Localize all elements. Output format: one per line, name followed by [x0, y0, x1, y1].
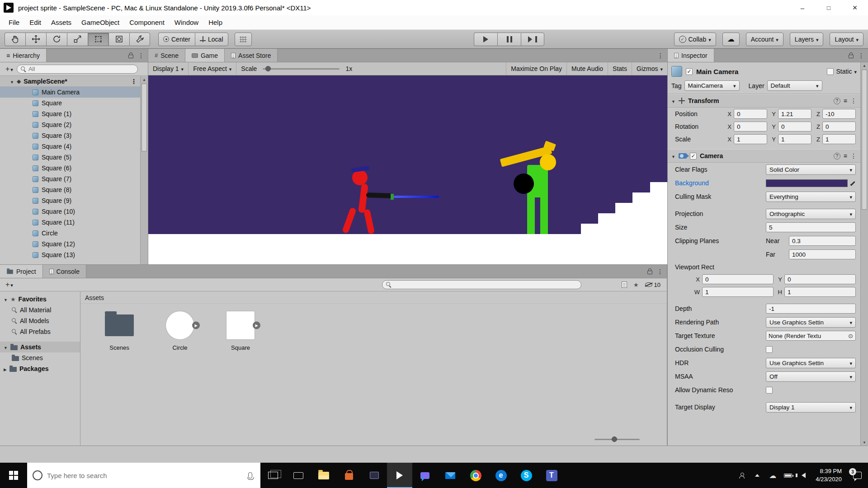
viewport-x-field[interactable]: 0 [702, 274, 774, 284]
scroll-down-icon[interactable]: ▼ [861, 439, 868, 446]
scale-x-field[interactable]: 1 [734, 134, 767, 144]
foldout-arrow-icon[interactable] [4, 365, 7, 372]
culling-mask-dropdown[interactable]: Everything [766, 192, 856, 202]
scale-y-field[interactable]: 1 [778, 134, 811, 144]
collab-button[interactable]: Collab [674, 33, 716, 46]
foldout-arrow-icon[interactable] [4, 296, 8, 303]
msaa-dropdown[interactable]: Off [766, 371, 856, 382]
menu-file[interactable]: File [4, 15, 24, 29]
tray-expand-button[interactable] [750, 463, 765, 488]
viewport-h-field[interactable]: 1 [784, 287, 856, 297]
packages-node[interactable]: Packages [0, 363, 80, 374]
volume-button[interactable] [796, 463, 811, 488]
pause-button[interactable] [497, 33, 521, 46]
menu-edit[interactable]: Edit [24, 15, 46, 29]
rendering-path-dropdown[interactable]: Use Graphics Settin [766, 317, 856, 328]
layer-dropdown[interactable]: Default [767, 80, 822, 91]
unity-app-button[interactable] [387, 463, 412, 488]
scenes-node[interactable]: Scenes [0, 352, 80, 363]
taskbar-search[interactable] [27, 463, 260, 488]
play-button[interactable] [474, 33, 497, 46]
grid-snap-button[interactable] [235, 33, 252, 46]
layers-dropdown[interactable]: Layers [790, 33, 824, 46]
presets-icon[interactable] [844, 97, 847, 104]
panel-menu-icon[interactable] [657, 268, 663, 275]
help-icon[interactable] [834, 153, 840, 160]
object-name[interactable]: Main Camera [696, 68, 823, 75]
target-display-dropdown[interactable]: Display 1 [766, 402, 856, 413]
tab-inspector[interactable]: Inspector [668, 49, 714, 62]
teams-button[interactable]: T [539, 463, 564, 488]
rotation-y-field[interactable]: 0 [778, 122, 811, 131]
hierarchy-item[interactable]: Square (7) [0, 174, 148, 184]
tab-asset-store[interactable]: Asset Store [225, 49, 278, 62]
hierarchy-item[interactable]: Circle [0, 228, 148, 239]
battery-button[interactable] [780, 463, 796, 488]
account-dropdown[interactable]: Account [746, 33, 783, 46]
menu-assets[interactable]: Assets [46, 15, 76, 29]
move-tool-button[interactable] [25, 33, 46, 46]
foldout-arrow-icon[interactable] [10, 78, 14, 85]
hidden-eye-icon[interactable] [645, 282, 652, 287]
favorite-star-icon[interactable] [633, 281, 639, 288]
cloud-button[interactable] [722, 33, 740, 46]
position-z-field[interactable]: -10 [822, 109, 856, 119]
tablet-app-button[interactable] [286, 463, 311, 488]
step-button[interactable] [521, 33, 544, 46]
hierarchy-item[interactable]: Square (8) [0, 184, 148, 195]
chrome-button[interactable] [463, 463, 488, 488]
task-view-button[interactable] [260, 463, 286, 488]
scale-slider[interactable] [263, 68, 340, 70]
presets-icon[interactable] [844, 152, 847, 160]
add-object-button[interactable]: + [4, 65, 15, 73]
project-search-input[interactable] [394, 282, 577, 288]
hierarchy-item[interactable]: Square (1) [0, 108, 148, 119]
hierarchy-item[interactable]: Square (6) [0, 163, 148, 174]
edge-button[interactable]: e [488, 463, 514, 488]
camera-enabled-checkbox[interactable] [690, 153, 697, 160]
rotation-z-field[interactable]: 0 [822, 122, 856, 131]
pivot-local-button[interactable]: Local [195, 33, 228, 46]
custom-tool-button[interactable] [129, 33, 150, 46]
lock-icon[interactable] [849, 55, 854, 58]
hierarchy-item[interactable]: Square (13) [0, 249, 148, 260]
tab-console[interactable]: Console [43, 265, 86, 278]
pivot-center-button[interactable]: Center [158, 33, 195, 46]
stats-button[interactable]: Stats [608, 62, 632, 75]
mail-app-button[interactable] [438, 463, 463, 488]
menu-component[interactable]: Component [124, 15, 170, 29]
background-color-swatch[interactable] [766, 179, 848, 187]
slider-knob[interactable] [265, 66, 271, 71]
favorites-node[interactable]: Favorites [0, 294, 80, 305]
hierarchy-scrollbar[interactable]: ▲ [140, 76, 148, 264]
chat-app-button[interactable] [412, 463, 438, 488]
component-menu-icon[interactable] [850, 152, 857, 160]
hdr-dropdown[interactable]: Use Graphics Settin [766, 358, 856, 368]
static-toggle[interactable]: Static [827, 68, 857, 75]
hierarchy-search[interactable] [17, 65, 138, 74]
project-search[interactable] [382, 280, 581, 289]
onedrive-button[interactable] [765, 463, 780, 488]
asset-circle-sprite[interactable]: Circle [157, 310, 203, 351]
position-y-field[interactable]: 1.21 [778, 109, 811, 119]
tag-dropdown[interactable]: MainCamera [684, 80, 740, 91]
hierarchy-item[interactable]: Square (4) [0, 141, 148, 152]
near-field[interactable]: 0.3 [789, 236, 856, 246]
camera-header[interactable]: Camera [668, 149, 860, 163]
file-explorer-button[interactable] [311, 463, 336, 488]
assets-node[interactable]: Assets [0, 342, 80, 352]
scroll-up-icon[interactable]: ▲ [861, 62, 868, 69]
display-dropdown[interactable]: Display 1 [148, 62, 189, 75]
panel-menu-icon[interactable] [138, 52, 144, 59]
asset-scenes-folder[interactable]: Scenes [97, 310, 142, 351]
tab-game[interactable]: Game [185, 49, 225, 62]
transform-tool-button[interactable] [108, 33, 129, 46]
object-picker-icon[interactable] [848, 333, 853, 339]
expand-subassets-icon[interactable] [253, 322, 260, 329]
asset-preview-icon[interactable] [622, 282, 627, 288]
lock-icon[interactable] [647, 271, 652, 274]
expand-subassets-icon[interactable] [192, 322, 200, 329]
movies-app-button[interactable] [362, 463, 387, 488]
hierarchy-search-input[interactable] [28, 66, 134, 72]
menu-gameobject[interactable]: GameObject [76, 15, 124, 29]
